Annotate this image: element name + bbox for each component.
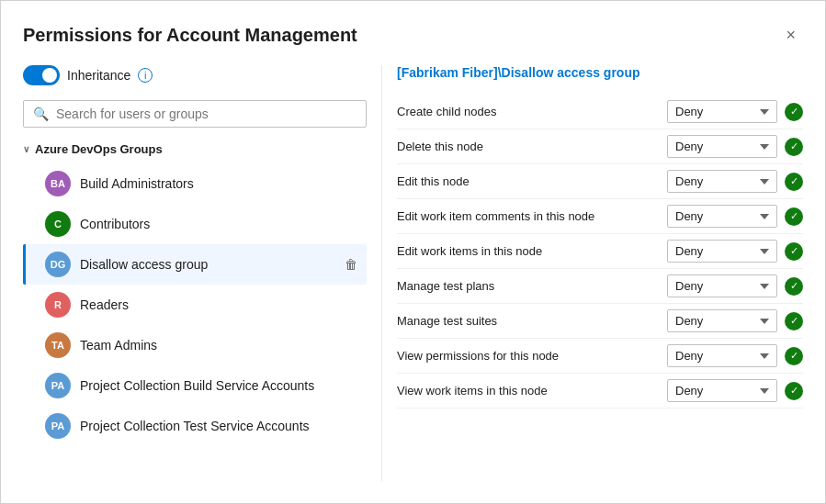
inheritance-row: Inheritance i	[23, 65, 367, 85]
group-item[interactable]: CContributors	[23, 204, 367, 244]
permission-row: Manage test plansNot setAllowDeny✓	[397, 269, 803, 304]
group-item[interactable]: RReaders	[23, 285, 367, 325]
selected-group-title: [Fabrikam Fiber]\Disallow access group	[397, 65, 803, 80]
permission-select[interactable]: Not setAllowDeny	[667, 240, 777, 263]
permission-control: Not setAllowDeny✓	[667, 344, 803, 367]
permission-check-icon: ✓	[785, 347, 803, 365]
permission-name: Delete this node	[397, 140, 667, 153]
dialog-body: Inheritance i 🔍 ∨ Azure DevOps Groups BA…	[23, 65, 803, 481]
permission-select[interactable]: Not setAllowDeny	[667, 170, 777, 193]
permission-row: Edit this nodeNot setAllowDeny✓	[397, 164, 803, 199]
group-section-label: Azure DevOps Groups	[35, 142, 163, 156]
inheritance-info-icon[interactable]: i	[138, 68, 153, 83]
permission-select[interactable]: Not setAllowDeny	[667, 344, 777, 367]
left-panel: Inheritance i 🔍 ∨ Azure DevOps Groups BA…	[23, 65, 381, 481]
permission-control: Not setAllowDeny✓	[667, 309, 803, 332]
permission-row: Delete this nodeNot setAllowDeny✓	[397, 129, 803, 164]
permission-check-icon: ✓	[785, 103, 803, 121]
avatar: DG	[45, 252, 71, 277]
group-item[interactable]: BABuild Administrators	[23, 163, 367, 204]
permission-name: Manage test plans	[397, 279, 667, 293]
permissions-dialog: Permissions for Account Management × Inh…	[0, 0, 826, 504]
permissions-table: Create child nodesNot setAllowDeny✓Delet…	[397, 95, 803, 409]
inheritance-toggle[interactable]	[23, 65, 60, 85]
permission-control: Not setAllowDeny✓	[667, 100, 803, 123]
group-item[interactable]: DGDisallow access group🗑	[23, 244, 367, 285]
permission-row: Create child nodesNot setAllowDeny✓	[397, 95, 803, 129]
search-icon: 🔍	[33, 106, 49, 121]
permission-check-icon: ✓	[785, 138, 803, 156]
permission-row: Edit work item comments in this nodeNot …	[397, 199, 803, 234]
dialog-header: Permissions for Account Management ×	[23, 23, 803, 47]
close-button[interactable]: ×	[778, 23, 803, 47]
permission-name: View work items in this node	[397, 384, 667, 398]
avatar: PA	[45, 373, 71, 398]
permission-select[interactable]: Not setAllowDeny	[667, 100, 777, 123]
permission-name: Create child nodes	[397, 105, 667, 118]
group-name: Team Admins	[80, 338, 357, 353]
dialog-title: Permissions for Account Management	[23, 25, 357, 46]
chevron-icon: ∨	[23, 144, 29, 154]
avatar: TA	[45, 332, 71, 358]
permission-control: Not setAllowDeny✓	[667, 205, 803, 228]
group-name: Disallow access group	[80, 257, 335, 272]
avatar: C	[45, 211, 71, 237]
permission-select[interactable]: Not setAllowDeny	[667, 135, 777, 158]
groups-list: BABuild AdministratorsCContributorsDGDis…	[23, 163, 367, 446]
search-box: 🔍	[23, 100, 367, 128]
delete-icon[interactable]: 🗑	[345, 257, 357, 272]
group-item[interactable]: TATeam Admins	[23, 325, 367, 365]
search-input[interactable]	[56, 106, 356, 121]
avatar: R	[45, 292, 71, 318]
group-name: Project Collection Test Service Accounts	[80, 419, 357, 433]
group-name: Contributors	[80, 217, 357, 231]
permission-control: Not setAllowDeny✓	[667, 135, 803, 158]
permission-name: Edit work item comments in this node	[397, 209, 667, 223]
permission-control: Not setAllowDeny✓	[667, 379, 803, 402]
permission-control: Not setAllowDeny✓	[667, 170, 803, 193]
permission-select[interactable]: Not setAllowDeny	[667, 205, 777, 228]
avatar: BA	[45, 171, 71, 196]
right-panel: [Fabrikam Fiber]\Disallow access group C…	[381, 65, 803, 481]
group-section-header[interactable]: ∨ Azure DevOps Groups	[23, 142, 367, 156]
permission-select[interactable]: Not setAllowDeny	[667, 379, 777, 402]
permission-name: View permissions for this node	[397, 349, 667, 363]
permission-control: Not setAllowDeny✓	[667, 240, 803, 263]
permission-check-icon: ✓	[785, 312, 803, 330]
permission-select[interactable]: Not setAllowDeny	[667, 309, 777, 332]
inheritance-label: Inheritance	[67, 68, 130, 83]
group-name: Readers	[80, 297, 357, 312]
permission-name: Edit work items in this node	[397, 244, 667, 258]
permission-row: View work items in this nodeNot setAllow…	[397, 374, 803, 409]
permission-name: Edit this node	[397, 174, 667, 188]
group-item[interactable]: PAProject Collection Test Service Accoun…	[23, 406, 367, 446]
permission-select[interactable]: Not setAllowDeny	[667, 274, 777, 297]
permission-control: Not setAllowDeny✓	[667, 274, 803, 297]
permission-row: View permissions for this nodeNot setAll…	[397, 339, 803, 374]
avatar: PA	[45, 413, 71, 439]
group-name: Project Collection Build Service Account…	[80, 378, 357, 393]
groups-section: ∨ Azure DevOps Groups BABuild Administra…	[23, 142, 367, 481]
permission-check-icon: ✓	[785, 277, 803, 296]
permission-check-icon: ✓	[785, 207, 803, 226]
permission-check-icon: ✓	[785, 242, 803, 261]
permission-row: Edit work items in this nodeNot setAllow…	[397, 234, 803, 269]
permission-check-icon: ✓	[785, 173, 803, 191]
permission-check-icon: ✓	[785, 382, 803, 400]
permission-row: Manage test suitesNot setAllowDeny✓	[397, 304, 803, 339]
group-item[interactable]: PAProject Collection Build Service Accou…	[23, 365, 367, 406]
permission-name: Manage test suites	[397, 314, 667, 328]
group-name: Build Administrators	[80, 176, 357, 191]
